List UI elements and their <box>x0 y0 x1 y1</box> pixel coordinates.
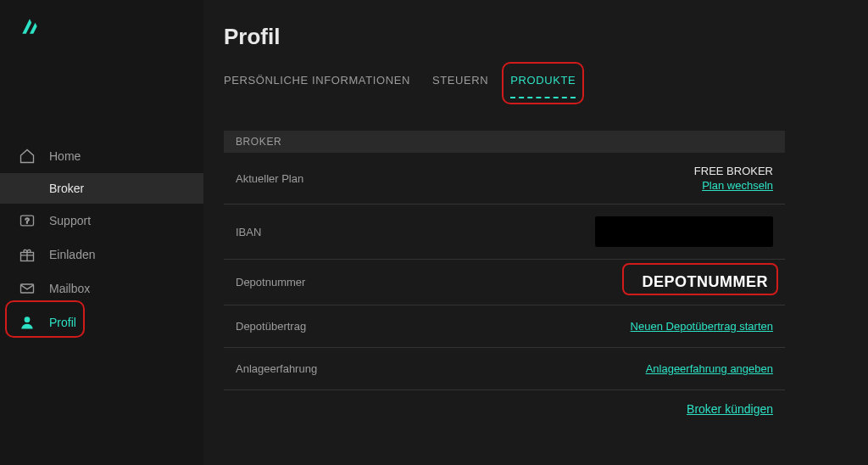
sidebar-item-label: Support <box>49 214 91 227</box>
sidebar-item-profil[interactable]: Profil <box>0 305 203 339</box>
row-depot: Depotnummer DEPOTNUMMER <box>224 260 785 305</box>
row-plan: Aktueller Plan FREE BROKER Plan wechseln <box>224 153 785 204</box>
row-label: Depotnummer <box>236 276 305 289</box>
svg-text:?: ? <box>25 216 29 225</box>
page-title: Profil <box>224 24 853 50</box>
app-logo-icon <box>19 15 41 37</box>
sidebar: Home Broker ? Support Einladen <box>0 0 203 465</box>
sidebar-item-label: Home <box>49 149 81 163</box>
sidebar-item-label: Mailbox <box>49 282 90 295</box>
sidebar-item-label: Einladen <box>49 248 96 261</box>
tab-bar: PERSÖNLICHE INFORMATIONEN STEUERN PRODUK… <box>224 74 853 97</box>
row-label: IBAN <box>236 226 261 238</box>
home-icon <box>19 148 36 165</box>
row-cancel: Broker kündigen <box>224 390 785 416</box>
tab-personal[interactable]: PERSÖNLICHE INFORMATIONEN <box>224 74 410 97</box>
sidebar-item-broker[interactable]: Broker <box>0 173 203 204</box>
broker-section: BROKER Aktueller Plan FREE BROKER Plan w… <box>224 131 785 416</box>
plan-value: FREE BROKER <box>694 165 773 177</box>
content-area: Profil PERSÖNLICHE INFORMATIONEN STEUERN… <box>203 0 868 465</box>
tab-products[interactable]: PRODUKTE <box>510 74 576 97</box>
row-iban: IBAN <box>224 204 785 260</box>
depot-value: DEPOTNUMMER <box>637 272 774 293</box>
sidebar-item-label: Broker <box>49 182 84 195</box>
sidebar-item-support[interactable]: ? Support <box>0 204 203 238</box>
row-experience: Anlageerfahrung Anlageerfahrung angeben <box>224 348 785 390</box>
row-transfer: Depotübertrag Neuen Depotübertrag starte… <box>224 305 785 348</box>
person-icon <box>19 314 36 331</box>
nav-list: Home Broker ? Support Einladen <box>0 139 203 339</box>
sidebar-item-label: Profil <box>49 316 76 329</box>
gift-icon <box>19 246 36 263</box>
support-icon: ? <box>19 212 36 229</box>
sidebar-item-einladen[interactable]: Einladen <box>0 238 203 272</box>
row-label: Anlageerfahrung <box>236 362 317 375</box>
start-transfer-link[interactable]: Neuen Depotübertrag starten <box>631 320 773 333</box>
change-plan-link[interactable]: Plan wechseln <box>702 179 773 192</box>
tab-label: PRODUKTE <box>510 74 576 87</box>
row-label: Aktueller Plan <box>236 172 303 185</box>
tab-tax[interactable]: STEUERN <box>432 74 488 97</box>
cancel-broker-link[interactable]: Broker kündigen <box>687 402 773 416</box>
iban-redacted <box>595 216 773 247</box>
svg-point-4 <box>25 317 31 322</box>
svg-rect-3 <box>21 284 34 293</box>
experience-link[interactable]: Anlageerfahrung angeben <box>646 362 773 375</box>
row-label: Depotübertrag <box>236 320 306 333</box>
sidebar-item-mailbox[interactable]: Mailbox <box>0 272 203 305</box>
section-header: BROKER <box>224 131 785 153</box>
mail-icon <box>19 280 36 297</box>
sidebar-item-home[interactable]: Home <box>0 139 203 173</box>
